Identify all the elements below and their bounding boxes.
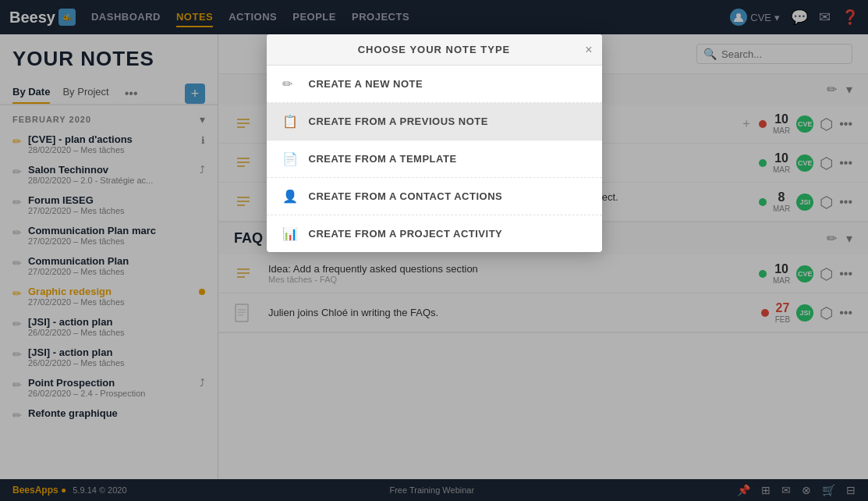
modal-option-label: CREATE FROM A CONTACT ACTIONS bbox=[309, 190, 503, 202]
modal-option-template[interactable]: 📄 CREATE FROM A TEMPLATE bbox=[267, 140, 602, 178]
modal-title: CHOOSE YOUR NOTE TYPE bbox=[358, 44, 511, 55]
person-icon: 👤 bbox=[282, 189, 299, 204]
modal-overlay[interactable]: CHOOSE YOUR NOTE TYPE × ✏ CREATE A NEW N… bbox=[0, 0, 868, 501]
chart-icon: 📊 bbox=[282, 226, 299, 241]
pencil-icon: ✏ bbox=[282, 76, 299, 91]
modal-option-label: CREATE FROM A PREVIOUS NOTE bbox=[309, 115, 488, 127]
modal-option-contact-actions[interactable]: 👤 CREATE FROM A CONTACT ACTIONS bbox=[267, 178, 602, 215]
modal-option-previous-note[interactable]: 📋 CREATE FROM A PREVIOUS NOTE bbox=[267, 103, 602, 140]
document-icon: 📄 bbox=[282, 151, 299, 166]
note-type-modal: CHOOSE YOUR NOTE TYPE × ✏ CREATE A NEW N… bbox=[267, 34, 602, 252]
modal-option-label: CREATE FROM A TEMPLATE bbox=[309, 153, 457, 165]
modal-header: CHOOSE YOUR NOTE TYPE × bbox=[267, 34, 602, 66]
modal-close-button[interactable]: × bbox=[585, 43, 592, 57]
modal-option-new-note[interactable]: ✏ CREATE A NEW NOTE bbox=[267, 66, 602, 103]
modal-options: ✏ CREATE A NEW NOTE 📋 CREATE FROM A PREV… bbox=[267, 66, 602, 252]
clipboard-icon: 📋 bbox=[282, 114, 299, 129]
modal-option-label: CREATE A NEW NOTE bbox=[309, 78, 423, 90]
modal-option-label: CREATE FROM A PROJECT ACTIVITY bbox=[309, 228, 503, 240]
modal-option-project-activity[interactable]: 📊 CREATE FROM A PROJECT ACTIVITY bbox=[267, 215, 602, 252]
